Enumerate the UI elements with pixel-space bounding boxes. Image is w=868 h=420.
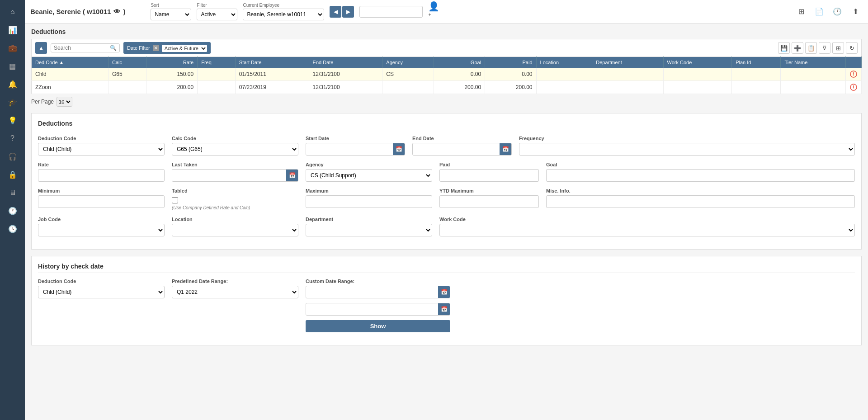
upload-icon[interactable]: ⬆ — [848, 5, 863, 19]
calc-code-select[interactable]: G65 (G65) — [172, 143, 298, 156]
toolbar-add-button[interactable]: ➕ — [792, 42, 803, 54]
sidebar-icon-bell[interactable]: 🔔 — [5, 76, 21, 92]
agency-select[interactable]: CS (Child Support) — [306, 169, 432, 182]
toolbar-filter-button[interactable]: ⊽ — [819, 42, 830, 54]
search-input[interactable] — [54, 45, 108, 51]
end-date-input[interactable]: 12/31/2100 — [413, 143, 500, 155]
col-goal[interactable]: Goal — [434, 57, 485, 68]
sidebar-icon-home[interactable]: ⌂ — [5, 4, 21, 20]
ytd-maximum-input[interactable]: 0.00 — [439, 195, 539, 208]
toolbar-save-button[interactable]: 💾 — [778, 42, 790, 54]
custom-range-start-calendar-button[interactable]: 📅 — [438, 286, 450, 298]
col-agency[interactable]: Agency — [382, 57, 434, 68]
sidebar-icon-chart[interactable]: 📊 — [5, 22, 21, 38]
col-paid[interactable]: Paid — [485, 57, 536, 68]
show-button[interactable]: Show — [306, 320, 450, 332]
col-department[interactable]: Department — [592, 57, 663, 68]
deductions-form: Deductions Deduction Code Chld (Child) Z… — [31, 113, 862, 250]
table-cell — [781, 81, 846, 94]
next-employee-button[interactable]: ▶ — [342, 6, 354, 18]
sidebar-icon-monitor[interactable]: 🖥 — [5, 184, 21, 201]
end-date-calendar-button[interactable]: 📅 — [500, 143, 511, 155]
end-date-field: End Date 12/31/2100 📅 — [412, 136, 512, 156]
col-ded-code[interactable]: Ded Code ▲ — [32, 57, 108, 68]
sidebar-icon-lightbulb[interactable]: 💡 — [5, 112, 21, 128]
last-taken-calendar-button[interactable]: 📅 — [286, 170, 298, 181]
per-page-select[interactable]: 10 25 50 — [57, 97, 72, 107]
start-date-label: Start Date — [306, 136, 405, 141]
sort-field: Sort Name — [151, 3, 191, 20]
last-taken-field: Last Taken 04/20/2020 📅 — [172, 162, 298, 182]
employee-name: Beanie, Serenie ( w10011 — [30, 8, 111, 15]
sidebar-icon-clock1[interactable]: 🕐 — [5, 203, 21, 219]
location-select[interactable] — [172, 224, 298, 236]
job-code-select[interactable] — [38, 224, 165, 236]
misc-info-input[interactable] — [546, 195, 855, 208]
toolbar-columns-button[interactable]: ⊞ — [832, 42, 844, 54]
work-code-select[interactable] — [439, 224, 855, 236]
deduction-code-field: Deduction Code Chld (Child) ZZoon — [38, 136, 165, 156]
goal-input[interactable]: 0.00 — [546, 169, 855, 182]
col-plan-id[interactable]: Plan Id — [732, 57, 781, 68]
col-end-date[interactable]: End Date — [309, 57, 382, 68]
col-start-date[interactable]: Start Date — [235, 57, 309, 68]
sidebar-icon-headset[interactable]: 🎧 — [5, 148, 21, 165]
last-taken-input[interactable]: 04/20/2020 — [172, 170, 286, 181]
toolbar-refresh-button[interactable]: ↻ — [846, 42, 858, 54]
department-select[interactable] — [306, 224, 432, 236]
filter-select[interactable]: Active Inactive All — [197, 9, 237, 20]
date-filter-close-button[interactable]: ✕ — [153, 45, 159, 51]
rate-input[interactable]: 150.00 — [38, 169, 165, 182]
collapse-button[interactable]: ▲ — [35, 42, 47, 54]
maximum-field: Maximum 0.00 — [306, 188, 432, 210]
history-icon[interactable]: 🕐 — [830, 5, 844, 19]
sidebar-icon-clock2[interactable]: 🕓 — [5, 221, 21, 237]
sidebar-icon-graduation[interactable]: 🎓 — [5, 94, 21, 110]
history-deduction-code-label: Deduction Code — [38, 278, 165, 284]
table-row[interactable]: ChldG65150.0001/15/201112/31/2100CS0.000… — [32, 68, 862, 81]
col-work-code[interactable]: Work Code — [663, 57, 732, 68]
start-date-calendar-button[interactable]: 📅 — [393, 143, 405, 155]
start-date-input[interactable]: 01/15/2011 — [306, 143, 393, 155]
minimum-input[interactable]: 0.00 — [38, 195, 165, 208]
maximum-input[interactable]: 0.00 — [306, 195, 432, 208]
sidebar-icon-grid[interactable]: ▦ — [5, 58, 21, 74]
col-rate[interactable]: Rate — [146, 57, 197, 68]
tabled-checkbox[interactable] — [172, 197, 178, 203]
sort-select[interactable]: Name — [151, 9, 191, 20]
table-cell: 200.00 — [434, 81, 485, 94]
col-tier-name[interactable]: Tier Name — [781, 57, 846, 68]
misc-info-label: Misc. Info. — [546, 188, 855, 193]
col-calc[interactable]: Calc — [108, 57, 146, 68]
table-cell: 150.00 — [146, 68, 197, 81]
add-user-button[interactable]: 👤+ — [428, 5, 442, 19]
col-location[interactable]: Location — [536, 57, 592, 68]
prev-employee-button[interactable]: ◀ — [330, 6, 341, 18]
table-row[interactable]: ZZoon200.0007/23/201912/31/2100200.00200… — [32, 81, 862, 94]
sidebar-icon-question[interactable]: ? — [5, 130, 21, 146]
deduction-code-select[interactable]: Chld (Child) ZZoon — [38, 143, 165, 156]
delete-row-0-button[interactable] — [849, 70, 858, 78]
date-filter-select[interactable]: Active & Future All Past — [162, 45, 207, 52]
grid-view-icon[interactable]: ⊞ — [794, 5, 808, 19]
predefined-range-select[interactable]: Q1 2022 Q2 2022 Q3 2022 Q4 2022 — [172, 286, 298, 298]
sidebar-icon-briefcase[interactable]: 💼 — [5, 40, 21, 56]
custom-range-end-calendar-button[interactable]: 📅 — [438, 303, 450, 315]
paid-input[interactable]: 0.00 — [439, 169, 539, 182]
toolbar-copy-button[interactable]: 📋 — [805, 42, 817, 54]
current-employee-select[interactable]: Beanie, Serenie w10011 — [243, 9, 324, 20]
add-user-icon: 👤+ — [428, 1, 442, 22]
history-deduction-code-select[interactable]: Chld (Child) ZZoon — [38, 286, 165, 298]
eye-icon[interactable]: 👁 — [113, 8, 120, 15]
frequency-select[interactable] — [519, 143, 855, 156]
topbar-search-input[interactable] — [359, 6, 423, 18]
table-cell: 12/31/2100 — [309, 68, 382, 81]
custom-range-start-input[interactable]: 01/01/2022 — [306, 286, 438, 298]
custom-range-end-input[interactable]: 03/31/2022 — [306, 303, 438, 315]
document-icon[interactable]: 📄 — [812, 5, 826, 19]
rate-label: Rate — [38, 162, 165, 167]
main-area: Beanie, Serenie ( w10011 👁 ) Sort Name F… — [25, 0, 868, 420]
col-freq[interactable]: Freq — [198, 57, 236, 68]
delete-row-1-button[interactable] — [849, 83, 858, 91]
sidebar-icon-lock[interactable]: 🔒 — [5, 166, 21, 183]
